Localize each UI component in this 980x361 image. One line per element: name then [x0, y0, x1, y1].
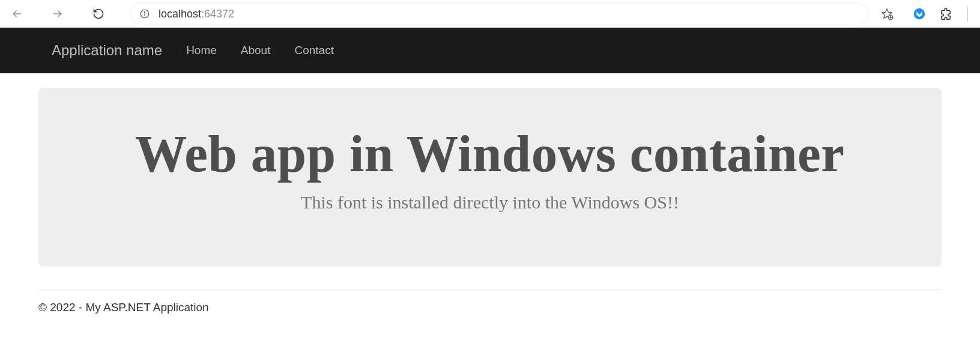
- extensions-button[interactable]: [939, 7, 953, 21]
- arrow-left-icon: [11, 8, 23, 20]
- info-icon: [139, 8, 150, 19]
- toolbar-divider: [967, 6, 968, 22]
- svg-point-4: [144, 11, 145, 12]
- refresh-button[interactable]: [88, 3, 109, 25]
- site-info-icon[interactable]: [139, 8, 150, 19]
- browser-toolbar: localhost:64372: [0, 0, 980, 28]
- svg-point-9: [914, 8, 925, 19]
- fox-profile-icon: [913, 7, 926, 20]
- hero-title: Web app in Windows container: [68, 124, 912, 184]
- nav-link-about[interactable]: About: [241, 44, 271, 57]
- app-navbar: Application name Home About Contact: [0, 28, 980, 73]
- url-text: localhost:64372: [159, 8, 234, 20]
- hero-subtitle: This font is installed directly into the…: [68, 192, 912, 213]
- back-button[interactable]: [6, 3, 28, 25]
- profile-button[interactable]: [912, 7, 927, 21]
- navbar-brand[interactable]: Application name: [52, 42, 162, 59]
- nav-link-home[interactable]: Home: [186, 44, 217, 57]
- footer-text: © 2022 - My ASP.NET Application: [38, 301, 942, 326]
- refresh-icon: [92, 8, 104, 20]
- url-port: :64372: [201, 8, 234, 20]
- nav-link-contact[interactable]: Contact: [294, 44, 333, 57]
- address-bar[interactable]: localhost:64372: [131, 3, 868, 25]
- footer-divider: [38, 290, 942, 290]
- star-add-icon: [880, 7, 894, 20]
- forward-button[interactable]: [47, 3, 68, 25]
- favorite-button[interactable]: [880, 7, 894, 21]
- url-host: localhost: [159, 8, 201, 20]
- toolbar-right: [871, 6, 974, 22]
- arrow-right-icon: [52, 8, 64, 20]
- puzzle-icon: [939, 7, 952, 20]
- page-container: Web app in Windows container This font i…: [0, 88, 980, 326]
- hero-jumbotron: Web app in Windows container This font i…: [38, 88, 942, 267]
